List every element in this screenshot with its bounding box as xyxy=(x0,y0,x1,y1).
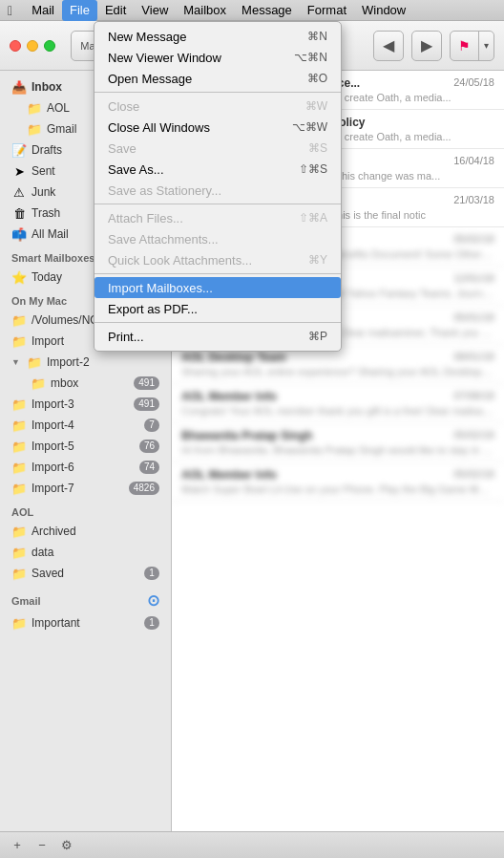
remove-icon: − xyxy=(38,838,46,852)
settings-button[interactable]: ⚙ xyxy=(57,836,76,855)
menubar:  Mail File Edit View Mailbox Message Fo… xyxy=(0,0,504,21)
data-icon: 📁 xyxy=(11,546,27,560)
menu-mailbox[interactable]: Mailbox xyxy=(176,0,234,21)
import5-icon: 📁 xyxy=(11,440,27,454)
important-badge: 1 xyxy=(144,616,159,630)
archived-label: Archived xyxy=(32,525,159,538)
import6-icon: 📁 xyxy=(11,461,27,475)
message-item-10[interactable]: Bhawanita Pratap Singh 05/02/18 Hi from … xyxy=(172,423,504,462)
import7-icon: 📁 xyxy=(11,482,27,496)
flag-icon: ⚑ xyxy=(451,32,478,60)
menu-save-as[interactable]: Save As... ⇧⌘S xyxy=(94,159,341,180)
menu-attach-files[interactable]: Attach Files... ⇧⌘A xyxy=(94,207,341,228)
mbox-icon: 📁 xyxy=(31,376,46,391)
sent-icon: ➤ xyxy=(11,164,27,179)
mbox-badge: 491 xyxy=(134,376,159,390)
inbox-icon: 📥 xyxy=(11,80,27,95)
menu-quicklook[interactable]: Quick Look Attachments... ⌘Y xyxy=(94,249,341,270)
allmail-icon: 📫 xyxy=(11,227,27,242)
junk-icon: ⚠ xyxy=(11,185,27,200)
import6-badge: 74 xyxy=(139,461,159,474)
today-icon: ⭐ xyxy=(11,270,27,285)
sidebar-item-import4[interactable]: 📁 Import-4 7 xyxy=(4,415,167,436)
forward-button[interactable]: ▶ xyxy=(411,31,442,61)
menu-view[interactable]: View xyxy=(134,0,176,21)
remove-mailbox-button[interactable]: − xyxy=(32,836,52,855)
sidebar-item-import3[interactable]: 📁 Import-3 491 xyxy=(4,394,167,415)
menu-file[interactable]: File xyxy=(62,0,97,21)
menu-mail[interactable]: Mail xyxy=(24,0,62,21)
aol-section-label: AOL xyxy=(0,499,171,521)
import7-badge: 4826 xyxy=(129,482,159,495)
expand-icon: ▼ xyxy=(11,357,20,367)
aol-folder-icon: 📁 xyxy=(27,101,42,116)
sidebar-item-saved[interactable]: 📁 Saved 1 xyxy=(4,563,167,584)
flag-dropdown-icon: ▾ xyxy=(478,32,494,60)
gmail-expand-icon: ⊙ xyxy=(147,591,159,610)
important-icon: 📁 xyxy=(11,616,27,631)
import4-icon: 📁 xyxy=(11,418,27,433)
bottom-bar: + − ⚙ xyxy=(0,831,504,858)
menu-import-mailboxes[interactable]: Import Mailboxes... xyxy=(94,277,341,298)
import7-label: Import-7 xyxy=(32,482,124,495)
menu-new-message[interactable]: New Message ⌘N xyxy=(94,26,341,47)
sidebar-item-data[interactable]: 📁 data xyxy=(4,542,167,563)
back-button[interactable]: ◀ xyxy=(373,31,404,61)
trash-icon: 🗑 xyxy=(11,206,27,221)
menu-window[interactable]: Window xyxy=(354,0,413,21)
sidebar-item-import7[interactable]: 📁 Import-7 4826 xyxy=(4,478,167,499)
menu-save-stationery[interactable]: Save as Stationery... xyxy=(94,180,341,201)
flag-button[interactable]: ⚑ ▾ xyxy=(450,31,494,61)
traffic-lights xyxy=(10,40,55,52)
date-1: 24/05/18 xyxy=(453,76,494,90)
close-button[interactable] xyxy=(10,40,21,52)
forward-icon: ▶ xyxy=(421,36,432,54)
volumes-icon: 📁 xyxy=(11,313,27,328)
import4-label: Import-4 xyxy=(32,418,139,432)
sidebar-item-import2[interactable]: ▼ 📁 Import-2 xyxy=(4,352,167,373)
mbox-label: mbox xyxy=(51,376,129,390)
message-item-9[interactable]: AOL Member Info 07/08/18 Congrats! Your … xyxy=(172,384,504,423)
file-menu-dropdown: New Message ⌘N New Viewer Window ⌥⌘N Ope… xyxy=(94,21,342,352)
menu-close[interactable]: Close ⌘W xyxy=(94,96,341,117)
archived-icon: 📁 xyxy=(11,525,27,539)
separator-2 xyxy=(94,204,341,204)
separator-1 xyxy=(94,92,341,93)
menu-close-all[interactable]: Close All Windows ⌥⌘W xyxy=(94,117,341,138)
important-label: Important xyxy=(32,616,139,630)
menu-open-message[interactable]: Open Message ⌘O xyxy=(94,68,341,89)
sidebar-item-import5[interactable]: 📁 Import-5 76 xyxy=(4,436,167,457)
minimize-button[interactable] xyxy=(27,40,38,52)
menu-save-attachments[interactable]: Save Attachments... xyxy=(94,228,341,249)
menu-save[interactable]: Save ⌘S xyxy=(94,138,341,159)
sidebar-item-archived[interactable]: 📁 Archived xyxy=(4,521,167,542)
import3-label: Import-3 xyxy=(32,397,129,411)
add-mailbox-button[interactable]: + xyxy=(8,836,27,855)
message-item-11[interactable]: AOL Member Info 05/02/18 Match Super Bow… xyxy=(172,462,504,502)
sidebar-item-import6[interactable]: 📁 Import-6 74 xyxy=(4,457,167,478)
sidebar-item-mbox[interactable]: 📁 mbox 491 xyxy=(4,373,167,394)
menu-print[interactable]: Print... ⌘P xyxy=(94,326,341,347)
settings-icon: ⚙ xyxy=(61,838,73,852)
import2-label: Import-2 xyxy=(47,355,159,369)
data-label: data xyxy=(32,546,159,559)
import3-icon: 📁 xyxy=(11,397,27,412)
saved-badge: 1 xyxy=(144,567,159,580)
saved-icon: 📁 xyxy=(11,567,27,581)
add-icon: + xyxy=(13,838,21,852)
menu-export-pdf[interactable]: Export as PDF... xyxy=(94,298,341,319)
import5-label: Import-5 xyxy=(32,440,135,453)
menu-new-viewer[interactable]: New Viewer Window ⌥⌘N xyxy=(94,47,341,68)
saved-label: Saved xyxy=(32,567,139,580)
apple-menu[interactable]:  xyxy=(8,3,12,18)
sidebar-item-important[interactable]: 📁 Important 1 xyxy=(4,612,167,633)
menu-message[interactable]: Message xyxy=(234,0,300,21)
date-3: 16/04/18 xyxy=(453,155,494,168)
fullscreen-button[interactable] xyxy=(44,40,55,52)
import4-badge: 7 xyxy=(144,418,159,432)
menu-edit[interactable]: Edit xyxy=(97,0,134,21)
separator-3 xyxy=(94,273,341,274)
menu-format[interactable]: Format xyxy=(300,0,354,21)
date-4: 21/03/18 xyxy=(453,194,494,207)
import5-badge: 76 xyxy=(139,440,159,453)
